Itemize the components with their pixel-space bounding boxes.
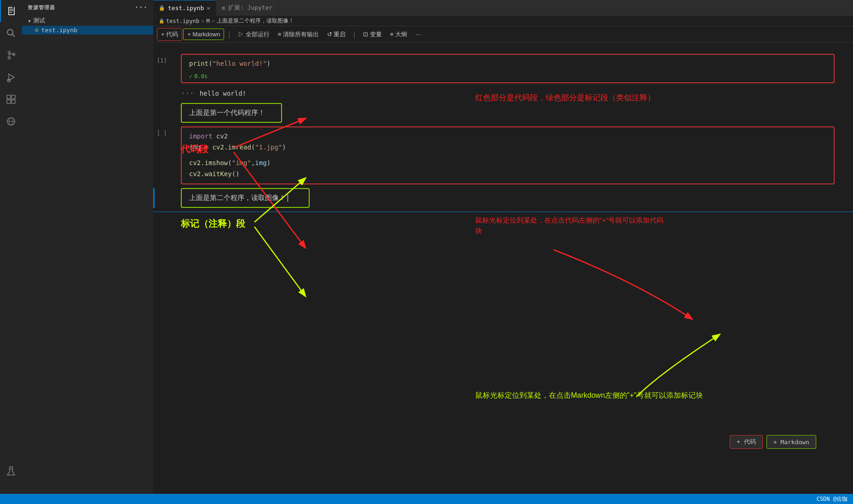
cell-1-time: 0.0s (194, 73, 207, 80)
active-cell-line (153, 212, 853, 212)
inline-add-markdown-button[interactable]: + Markdown (767, 435, 816, 449)
code-cell-2-content: import cv2 img = cv2.imread("1.jpg") cv2… (182, 127, 834, 183)
markdown-cell-2-content: 上面是第二个程序，读取图像！| (189, 194, 290, 202)
breadcrumb-sep2: > (212, 18, 215, 24)
sidebar-folder-label: 测试 (33, 17, 45, 25)
breadcrumb-cell-title: 上面是第二个程序，读取图像！ (217, 17, 294, 25)
cell-3-container: [ ] import cv2 img = cv2.imread("1.jpg")… (153, 126, 853, 184)
activity-bar (0, 0, 22, 504)
notebook-toolbar: + 代码 + Markdown | ▷ 全部运行 ≡ 清除所有输出 ↺ 重启 |… (153, 26, 853, 43)
svg-rect-14 (7, 95, 11, 99)
code-cell-1[interactable]: print("hello world!") ✓ 0.0s (181, 54, 835, 83)
inline-add-markdown-label: + Markdown (773, 439, 809, 446)
add-buttons-area: + 代码 + Markdown (730, 435, 816, 449)
annotation-red-note-2: 鼠标光标定位到某处，在点击代码左侧的"+"号就可以添加代码块 (475, 215, 669, 236)
source-control-icon[interactable] (0, 44, 22, 66)
sidebar-folder-section: ▾ 测试 ⊙ test.ipynb (22, 15, 153, 35)
inline-add-code-label: + 代码 (737, 438, 756, 446)
imread-func: cv2.imread (213, 143, 251, 151)
annotation-markdown-label: 标记（注释）段 (181, 218, 245, 230)
img-var: img (189, 143, 201, 151)
variables-button[interactable]: ⊡ 变量 (359, 29, 386, 40)
search-icon[interactable] (0, 22, 22, 44)
imshow-func: cv2.imshow (189, 159, 228, 166)
remote-explorer-icon[interactable] (0, 110, 22, 132)
markdown-cell-2[interactable]: 上面是第二个程序，读取图像！| (181, 188, 310, 208)
svg-rect-16 (7, 100, 11, 103)
cell-4-container: 上面是第二个程序，读取图像！| (153, 188, 853, 208)
cell-1-output-text: hello world! (200, 90, 246, 97)
annotation-yellow-note-1: 鼠标光标定位到某处，在点击Markdown左侧的"+"号就可以添加标记块 (475, 390, 703, 401)
inline-add-code-button[interactable]: + 代码 (730, 435, 763, 449)
status-text: CSDN @佐咖 (817, 495, 847, 503)
imshow-arg1: "img" (232, 159, 251, 166)
sidebar-folder-item[interactable]: ▾ 测试 (22, 16, 153, 26)
notebook-content[interactable]: [1] print("hello world!") ✓ 0.0s ··· hel… (153, 43, 853, 504)
sidebar-file-item[interactable]: ⊙ test.ipynb (22, 26, 153, 34)
code-string-1: "hello world!" (213, 60, 267, 67)
tab-bar: 🔒 test.ipynb × ≡ 扩展: Jupyter (153, 0, 853, 16)
files-icon[interactable] (0, 0, 22, 22)
cell-2-container: 上面是第一个代码程序！ (153, 103, 853, 123)
sidebar: 资源管理器 ··· ▾ 测试 ⊙ test.ipynb (22, 0, 153, 504)
main-area: 🔒 test.ipynb × ≡ 扩展: Jupyter 🔒 test.ipyn… (153, 0, 853, 504)
cell-1-container: [1] print("hello world!") ✓ 0.0s (153, 54, 853, 83)
code-paren-open: ( (208, 60, 212, 67)
tab-close-icon[interactable]: × (207, 5, 210, 11)
outline-button[interactable]: ≡ 大纲 (386, 29, 411, 40)
code-cell-1-content: print("hello world!") (182, 55, 834, 72)
tab-notebook-label: test.ipynb (168, 5, 204, 11)
svg-rect-15 (12, 95, 15, 99)
breadcrumb-lock: 🔒 (159, 18, 164, 23)
imread-arg: "1.jpg" (255, 143, 282, 151)
restart-button[interactable]: ↺ 重启 (323, 29, 350, 40)
extensions-icon[interactable] (0, 88, 22, 110)
svg-rect-5 (10, 11, 13, 11)
svg-rect-4 (10, 9, 13, 10)
svg-rect-2 (8, 14, 15, 15)
cv2-name: cv2 (216, 132, 228, 140)
code-print-kw: print (189, 60, 208, 67)
tab-extension-label: 扩展: Jupyter (228, 4, 272, 12)
clear-all-button[interactable]: ≡ 清除所有输出 (274, 29, 323, 40)
code-cell-1-status: ✓ 0.0s (182, 72, 834, 82)
flask-test-icon[interactable] (0, 460, 22, 482)
add-code-button[interactable]: + 代码 (157, 28, 182, 41)
breadcrumb-sep1: > (201, 18, 204, 24)
markdown-cell-1-content: 上面是第一个代码程序！ (189, 109, 265, 117)
cell-3-number: [ ] (157, 130, 167, 137)
breadcrumb-section[interactable]: M (206, 18, 209, 24)
svg-rect-6 (10, 12, 12, 13)
svg-point-7 (7, 29, 13, 35)
svg-rect-3 (14, 7, 15, 15)
sidebar-title: 资源管理器 (28, 4, 55, 11)
cell-1-output-row: ··· hello world! (153, 87, 853, 99)
tab-notebook[interactable]: 🔒 test.ipynb × (153, 0, 216, 16)
more-button[interactable]: ··· (412, 29, 424, 40)
run-all-button[interactable]: ▷ 全部运行 (234, 29, 273, 40)
status-bar: CSDN @佐咖 (0, 494, 853, 504)
code-paren-close: ) (267, 60, 271, 67)
toolbar-sep2: | (352, 30, 357, 39)
output-ellipsis: ··· (181, 89, 194, 97)
waitkey-func: cv2.waitKey (189, 170, 232, 178)
tab-extension[interactable]: ≡ 扩展: Jupyter (216, 0, 278, 16)
svg-point-10 (8, 57, 11, 59)
tab-lock-icon: 🔒 (159, 5, 165, 11)
svg-line-8 (12, 34, 15, 37)
sidebar-file-label: test.ipynb (41, 27, 77, 34)
add-markdown-button[interactable]: + Markdown (183, 29, 224, 40)
run-debug-icon[interactable] (0, 66, 22, 88)
breadcrumb-file[interactable]: test.ipynb (166, 18, 199, 24)
svg-rect-17 (12, 100, 15, 103)
breadcrumb: 🔒 test.ipynb > M > 上面是第二个程序，读取图像！ (153, 16, 853, 26)
svg-rect-1 (8, 7, 9, 15)
code-cell-2[interactable]: import cv2 img = cv2.imread("1.jpg") cv2… (181, 126, 835, 184)
sidebar-more-icon[interactable]: ··· (135, 4, 148, 11)
markdown-cell-1[interactable]: 上面是第一个代码程序！ (181, 103, 282, 123)
check-icon: ✓ (189, 73, 192, 80)
import-kw: import (189, 132, 213, 140)
svg-point-9 (8, 52, 11, 54)
imshow-arg2: img (255, 159, 266, 166)
svg-line-25 (254, 227, 305, 296)
